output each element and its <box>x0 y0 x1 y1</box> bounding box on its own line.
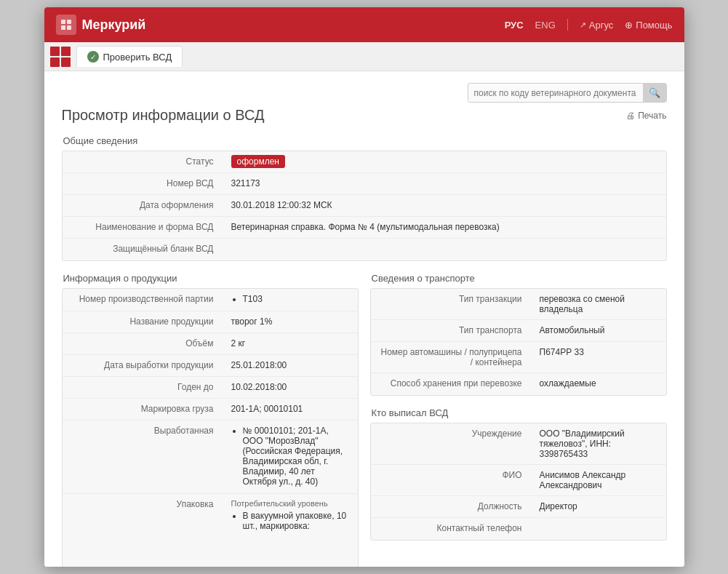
search-row: 🔍 <box>62 83 667 103</box>
issuer-row-name: ФИО Анисимов Александр Александрович <box>371 465 666 496</box>
product-value-volume: 2 кг <box>223 333 358 354</box>
svg-rect-1 <box>67 20 71 24</box>
general-info-card: Статус оформлен Номер ВСД 321173 Дата оф… <box>62 151 667 261</box>
product-value-mfgdate: 25.01.2018:00 <box>223 355 358 376</box>
issuer-label-name: ФИО <box>371 465 531 495</box>
product-value-expdate: 10.02.2018:00 <box>223 377 358 398</box>
app-title: Меркурий <box>82 17 146 33</box>
product-value-marking: 201-1А; 00010101 <box>223 399 358 420</box>
argus-icon: ↗ <box>580 20 586 30</box>
grid-icon[interactable] <box>50 47 71 67</box>
general-row-blank: Защищённый бланк ВСД <box>63 239 666 260</box>
issuer-value-position: Директор <box>531 496 666 517</box>
product-label-batch: Номер производственной партии <box>63 289 223 311</box>
issuer-label-phone: Контактный телефон <box>371 518 531 540</box>
product-row-name: Название продукции творог 1% <box>63 311 358 333</box>
lang-eng[interactable]: ENG <box>535 20 556 31</box>
nav-separator <box>567 19 568 31</box>
product-value-produced: № 00010101; 201-1А, ООО "МорозВлад" (Рос… <box>223 420 358 493</box>
print-label: Печать <box>638 111 666 121</box>
general-section-header: Общие сведения <box>62 135 667 146</box>
product-value-batch: Т103 <box>223 289 358 311</box>
transport-label-storage: Способ хранения при перевозке <box>371 373 531 395</box>
issuer-section-header: Кто выписал ВСД <box>370 407 667 418</box>
transport-section-header: Сведения о транспорте <box>370 273 667 284</box>
issuer-row-position: Должность Директор <box>371 496 666 518</box>
product-value-name: творог 1% <box>223 311 358 332</box>
main-content: 🔍 Просмотр информации о ВСД 🖨 Печать Общ… <box>44 71 684 567</box>
help-icon: ⊕ <box>625 20 633 31</box>
two-col-section: Информация о продукции Номер производств… <box>62 273 667 552</box>
product-label-name: Название продукции <box>63 311 223 332</box>
issuer-label-org: Учреждение <box>371 423 531 464</box>
general-value-form: Ветеринарная справка. Форма № 4 (мультим… <box>223 217 666 238</box>
general-row-status: Статус оформлен <box>63 151 666 173</box>
issuer-value-name: Анисимов Александр Александрович <box>531 465 666 495</box>
search-box: 🔍 <box>468 83 667 103</box>
issuer-value-phone <box>531 518 666 540</box>
general-value-number: 321173 <box>223 173 666 194</box>
general-row-form: Наименование и форма ВСД Ветеринарная сп… <box>63 217 666 239</box>
product-col: Информация о продукции Номер производств… <box>62 273 359 552</box>
transport-issuer-col: Сведения о транспорте Тип транзакции пер… <box>370 273 667 552</box>
product-row-volume: Объём 2 кг <box>63 333 358 355</box>
issuer-info-card: Учреждение ООО "Владимирский тяжеловоз",… <box>370 423 667 541</box>
lang-rus[interactable]: РУС <box>505 20 524 31</box>
general-value-date: 30.01.2018 12:00:32 МСК <box>223 195 666 216</box>
general-value-blank <box>223 239 666 260</box>
tabs-bar: ✓ Проверить ВСД <box>44 42 684 71</box>
transport-label-mode: Тип транспорта <box>371 320 531 341</box>
svg-rect-0 <box>61 20 65 24</box>
product-row-produced: Выработанная № 00010101; 201-1А, ООО "Мо… <box>63 420 358 494</box>
product-label-volume: Объём <box>63 333 223 354</box>
header-nav: РУС ENG ↗ Аргус ⊕ Помощь <box>505 19 673 31</box>
transport-value-mode: Автомобильный <box>531 320 666 341</box>
general-label-blank: Защищённый бланк ВСД <box>63 239 223 260</box>
general-label-number: Номер ВСД <box>63 173 223 194</box>
issuer-label-position: Должность <box>371 496 531 517</box>
transport-label-number: Номер автомашины / полуприцепа / контейн… <box>371 342 531 372</box>
svg-rect-2 <box>61 25 65 30</box>
general-value-status: оформлен <box>223 151 666 172</box>
transport-value-storage: охлаждаемые <box>531 373 666 395</box>
transport-row-number: Номер автомашины / полуприцепа / контейн… <box>371 342 666 373</box>
tab-check-vsd[interactable]: ✓ Проверить ВСД <box>76 46 183 67</box>
product-row-marking: Маркировка груза 201-1А; 00010101 <box>63 399 358 420</box>
general-row-number: Номер ВСД 321173 <box>63 173 666 195</box>
issuer-row-phone: Контактный телефон <box>371 518 666 540</box>
product-label-expdate: Годен до <box>63 377 223 398</box>
page-title: Просмотр информации о ВСД <box>62 107 265 124</box>
product-info-card: Номер производственной партии Т103 Назва… <box>62 288 359 567</box>
tab-label: Проверить ВСД <box>103 52 172 63</box>
product-row-batch: Номер производственной партии Т103 <box>63 289 358 311</box>
product-section-header: Информация о продукции <box>62 273 359 284</box>
tab-check-icon: ✓ <box>87 51 99 63</box>
general-label-form: Наименование и форма ВСД <box>63 217 223 238</box>
product-label-packaging: Упаковка <box>63 494 223 538</box>
help-link[interactable]: ⊕ Помощь <box>625 20 672 31</box>
product-label-produced: Выработанная <box>63 420 223 493</box>
search-button[interactable]: 🔍 <box>643 84 666 102</box>
logo-icon <box>56 15 76 35</box>
header: Меркурий РУС ENG ↗ Аргус ⊕ Помощь <box>44 7 684 42</box>
search-input[interactable] <box>468 84 643 102</box>
transport-row-mode: Тип транспорта Автомобильный <box>371 320 666 342</box>
argus-link[interactable]: ↗ Аргус <box>580 20 614 31</box>
product-value-packaging: Потребительский уровень В вакуумной упак… <box>223 494 358 538</box>
print-icon: 🖨 <box>626 111 635 121</box>
issuer-row-org: Учреждение ООО "Владимирский тяжеловоз",… <box>371 423 666 465</box>
print-button[interactable]: 🖨 Печать <box>626 111 666 121</box>
transport-value-number: П674РР 33 <box>531 342 666 372</box>
general-label-date: Дата оформления <box>63 195 223 216</box>
page-title-row: Просмотр информации о ВСД 🖨 Печать <box>62 107 667 124</box>
issuer-value-org: ООО "Владимирский тяжеловоз", ИНН: 33987… <box>531 423 666 464</box>
product-label-marking: Маркировка груза <box>63 399 223 420</box>
transport-label-type: Тип транзакции <box>371 289 531 319</box>
general-label-status: Статус <box>63 151 223 172</box>
product-row-expdate: Годен до 10.02.2018:00 <box>63 377 358 399</box>
transport-row-storage: Способ хранения при перевозке охлаждаемы… <box>371 373 666 395</box>
transport-row-type: Тип транзакции перевозка со сменой владе… <box>371 289 666 320</box>
app-logo: Меркурий <box>56 15 505 35</box>
product-row-packaging: Упаковка Потребительский уровень В вакуу… <box>63 494 358 538</box>
svg-rect-3 <box>67 25 71 30</box>
